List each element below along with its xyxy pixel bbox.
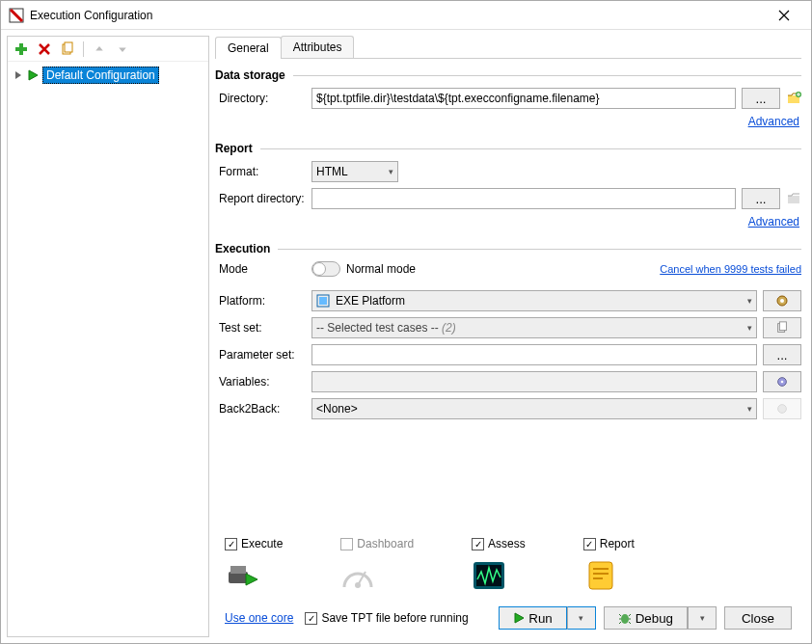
testset-label: Test set: xyxy=(219,321,306,335)
use-one-core-link[interactable]: Use one core xyxy=(225,611,293,625)
window-title: Execution Configuration xyxy=(30,9,765,22)
section-title-execution: Execution xyxy=(215,242,270,255)
b2b-select[interactable]: <None> ▾ xyxy=(311,398,757,419)
mode-label: Mode xyxy=(219,262,306,276)
run-button[interactable]: Run xyxy=(499,606,566,630)
platform-select[interactable]: EXE Platform ▾ xyxy=(311,290,757,311)
tree-item-label: Default Configuration xyxy=(42,67,159,84)
tree-item-default-config[interactable]: Default Configuration xyxy=(12,66,204,85)
data-storage-advanced-link[interactable]: Advanced xyxy=(748,115,799,128)
svg-rect-4 xyxy=(65,42,72,52)
platform-config-button[interactable] xyxy=(763,290,801,311)
config-tree: Default Configuration xyxy=(8,62,208,636)
assess-checkbox[interactable]: ✓Assess xyxy=(472,537,526,550)
testset-value: -- Selected test cases -- xyxy=(316,321,439,335)
directory-label: Directory: xyxy=(219,92,306,105)
svg-point-17 xyxy=(355,582,361,588)
report-dir-input[interactable] xyxy=(311,188,736,209)
svg-point-14 xyxy=(778,405,787,414)
platform-value: EXE Platform xyxy=(336,294,405,308)
close-button[interactable]: Close xyxy=(724,606,792,630)
variables-input[interactable] xyxy=(311,371,757,392)
section-divider xyxy=(260,148,801,149)
sidebar-toolbar xyxy=(8,37,208,62)
option-dashboard: Dashboard xyxy=(340,537,414,593)
assess-icon xyxy=(472,558,506,593)
open-folder-icon[interactable] xyxy=(786,191,801,206)
section-divider xyxy=(278,249,801,250)
section-data-storage: Data storage Directory: ... Advanced xyxy=(215,68,801,128)
section-title-data-storage: Data storage xyxy=(215,68,285,82)
paramset-label: Parameter set: xyxy=(219,348,306,362)
debug-dropdown[interactable]: ▾ xyxy=(688,606,717,630)
add-button[interactable] xyxy=(12,40,31,59)
format-select[interactable]: HTML ▾ xyxy=(311,161,398,182)
cancel-tests-link[interactable]: Cancel when 9999 tests failed xyxy=(660,263,801,275)
titlebar: Execution Configuration xyxy=(1,1,811,30)
chevron-down-icon: ▾ xyxy=(389,167,393,176)
svg-point-24 xyxy=(621,614,629,624)
testset-copy-button[interactable] xyxy=(763,317,801,338)
svg-rect-2 xyxy=(15,47,27,51)
dashboard-checkbox[interactable]: Dashboard xyxy=(340,537,414,550)
mode-toggle[interactable] xyxy=(311,261,340,277)
platform-icon xyxy=(316,294,330,308)
svg-rect-11 xyxy=(779,322,786,331)
report-dir-label: Report directory: xyxy=(219,192,306,205)
svg-rect-21 xyxy=(593,568,609,570)
chevron-down-icon: ▾ xyxy=(747,323,752,333)
testset-select[interactable]: -- Selected test cases -- (2) ▾ xyxy=(311,317,757,338)
tabs: General Attributes xyxy=(215,36,801,59)
close-icon[interactable] xyxy=(765,4,803,27)
save-tpt-checkbox[interactable]: ✓Save TPT file before running xyxy=(305,611,468,625)
app-icon xyxy=(9,8,24,23)
svg-rect-22 xyxy=(593,573,609,575)
execute-icon xyxy=(225,558,259,593)
tab-attributes[interactable]: Attributes xyxy=(281,36,355,58)
variables-label: Variables: xyxy=(219,375,306,389)
separator xyxy=(83,41,84,57)
b2b-config-button xyxy=(763,398,801,419)
chevron-down-icon: ▾ xyxy=(747,404,752,414)
section-divider xyxy=(293,75,801,76)
delete-button[interactable] xyxy=(35,40,54,59)
execute-checkbox[interactable]: ✓Execute xyxy=(225,537,283,550)
report-advanced-link[interactable]: Advanced xyxy=(748,215,799,228)
svg-rect-16 xyxy=(230,566,246,574)
testset-count: (2) xyxy=(442,321,456,335)
mode-value: Normal mode xyxy=(346,262,416,276)
report-checkbox[interactable]: ✓Report xyxy=(583,537,635,550)
debug-button[interactable]: Debug xyxy=(604,606,688,630)
report-dir-browse-button[interactable]: ... xyxy=(742,188,780,209)
run-dropdown[interactable]: ▾ xyxy=(567,606,596,630)
svg-point-9 xyxy=(780,299,784,303)
svg-point-13 xyxy=(781,381,784,384)
option-execute: ✓Execute xyxy=(225,537,283,593)
section-title-report: Report xyxy=(215,142,253,155)
footer: Use one core ✓Save TPT file before runni… xyxy=(215,599,801,637)
move-up-button[interactable] xyxy=(90,40,109,59)
svg-rect-7 xyxy=(319,297,327,305)
option-report: ✓Report xyxy=(583,537,635,593)
variables-config-button[interactable] xyxy=(763,371,801,392)
svg-rect-23 xyxy=(593,577,603,579)
directory-browse-button[interactable]: ... xyxy=(742,88,780,109)
play-icon xyxy=(27,69,39,81)
tree-expand-icon[interactable] xyxy=(14,70,23,80)
open-folder-icon[interactable] xyxy=(786,91,801,106)
report-icon xyxy=(583,558,618,593)
dashboard-icon xyxy=(340,558,375,593)
paramset-input[interactable] xyxy=(311,344,757,365)
directory-input[interactable] xyxy=(311,88,736,109)
section-report: Report Format: HTML ▾ Report directory: … xyxy=(215,142,801,228)
bottom-options: ✓Execute Dashboard ✓Assess xyxy=(215,531,801,599)
copy-button[interactable] xyxy=(58,40,77,59)
b2b-label: Back2Back: xyxy=(219,402,306,416)
paramset-browse-button[interactable]: ... xyxy=(763,344,801,365)
format-value: HTML xyxy=(316,165,348,178)
main-panel: General Attributes Data storage Director… xyxy=(209,30,811,643)
tab-general[interactable]: General xyxy=(215,37,282,59)
sidebar: Default Configuration xyxy=(7,36,209,637)
chevron-down-icon: ▾ xyxy=(747,296,752,306)
move-down-button[interactable] xyxy=(113,40,132,59)
